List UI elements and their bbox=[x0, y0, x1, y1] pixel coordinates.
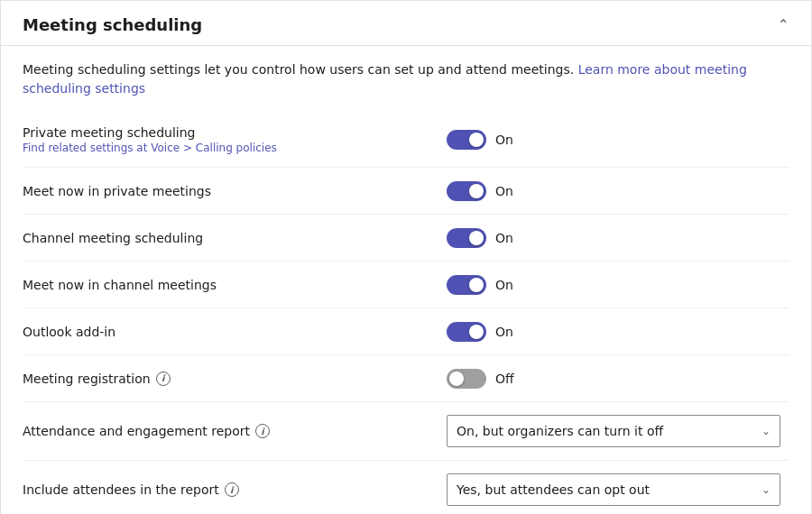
toggle-meet-now-private[interactable] bbox=[447, 181, 486, 201]
toggle-status-private-meeting-scheduling: On bbox=[495, 133, 513, 147]
toggle-thumb-outlook-addin bbox=[469, 325, 484, 339]
panel-header: Meeting scheduling ⌃ bbox=[1, 1, 811, 46]
chevron-down-icon-include-attendees: ⌄ bbox=[761, 483, 770, 496]
toggle-outlook-addin[interactable] bbox=[447, 322, 486, 342]
setting-row-private-meeting-scheduling: Private meeting schedulingFind related s… bbox=[23, 113, 789, 168]
panel-title: Meeting scheduling bbox=[23, 15, 202, 34]
toggle-meet-now-channel[interactable] bbox=[447, 275, 486, 295]
info-icon-attendance-engagement[interactable]: i bbox=[255, 424, 270, 438]
setting-label-area-channel-meeting-scheduling: Channel meeting scheduling bbox=[23, 231, 447, 245]
setting-label-area-attendance-engagement: Attendance and engagement reporti bbox=[23, 424, 447, 438]
setting-label-meet-now-private: Meet now in private meetings bbox=[23, 184, 447, 198]
setting-label-outlook-addin: Outlook add-in bbox=[23, 325, 447, 339]
setting-label-meet-now-channel: Meet now in channel meetings bbox=[23, 278, 447, 292]
setting-control-meet-now-channel: On bbox=[447, 275, 789, 295]
toggle-status-meet-now-channel: On bbox=[495, 278, 513, 292]
setting-label-attendance-engagement: Attendance and engagement reporti bbox=[23, 424, 447, 438]
info-icon-meeting-registration[interactable]: i bbox=[156, 372, 171, 386]
setting-row-meet-now-channel: Meet now in channel meetingsOn bbox=[23, 262, 789, 308]
setting-label-meeting-registration: Meeting registrationi bbox=[23, 372, 447, 386]
toggle-status-meet-now-private: On bbox=[495, 184, 513, 198]
setting-row-channel-meeting-scheduling: Channel meeting schedulingOn bbox=[23, 215, 789, 262]
setting-row-meet-now-private: Meet now in private meetingsOn bbox=[23, 168, 789, 215]
dropdown-value-include-attendees: Yes, but attendees can opt out bbox=[457, 482, 650, 497]
collapse-icon[interactable]: ⌃ bbox=[778, 16, 789, 33]
setting-label-area-include-attendees: Include attendees in the reporti bbox=[23, 482, 447, 497]
setting-label-private-meeting-scheduling: Private meeting scheduling bbox=[23, 125, 447, 140]
setting-control-private-meeting-scheduling: On bbox=[447, 130, 789, 150]
setting-control-channel-meeting-scheduling: On bbox=[447, 228, 789, 248]
toggle-status-outlook-addin: On bbox=[495, 325, 513, 339]
setting-label-area-private-meeting-scheduling: Private meeting schedulingFind related s… bbox=[23, 125, 447, 154]
toggle-thumb-meet-now-channel bbox=[469, 278, 484, 292]
setting-label-area-meet-now-channel: Meet now in channel meetings bbox=[23, 278, 447, 292]
setting-control-meet-now-private: On bbox=[447, 181, 789, 201]
panel-description: Meeting scheduling settings let you cont… bbox=[1, 46, 811, 106]
toggle-private-meeting-scheduling[interactable] bbox=[447, 130, 486, 150]
setting-control-outlook-addin: On bbox=[447, 322, 789, 342]
toggle-status-channel-meeting-scheduling: On bbox=[495, 231, 513, 245]
setting-label-area-outlook-addin: Outlook add-in bbox=[23, 325, 447, 339]
dropdown-include-attendees[interactable]: Yes, but attendees can opt out⌄ bbox=[447, 473, 780, 506]
sublabel-link[interactable]: Voice > Calling policies bbox=[151, 142, 277, 154]
toggle-channel-meeting-scheduling[interactable] bbox=[447, 228, 486, 248]
chevron-down-icon-attendance-engagement: ⌄ bbox=[761, 425, 770, 437]
toggle-thumb-private-meeting-scheduling bbox=[469, 133, 484, 147]
setting-label-channel-meeting-scheduling: Channel meeting scheduling bbox=[23, 231, 447, 245]
setting-label-area-meet-now-private: Meet now in private meetings bbox=[23, 184, 447, 198]
setting-control-meeting-registration: Off bbox=[447, 369, 789, 389]
setting-control-include-attendees: Yes, but attendees can opt out⌄ bbox=[447, 473, 789, 506]
toggle-thumb-meet-now-private bbox=[469, 184, 484, 198]
toggle-thumb-meeting-registration bbox=[449, 372, 464, 386]
setting-row-outlook-addin: Outlook add-inOn bbox=[23, 308, 789, 355]
setting-control-attendance-engagement: On, but organizers can turn it off⌄ bbox=[447, 415, 789, 447]
settings-area: Private meeting schedulingFind related s… bbox=[1, 106, 811, 514]
description-text: Meeting scheduling settings let you cont… bbox=[23, 62, 574, 77]
dropdown-attendance-engagement[interactable]: On, but organizers can turn it off⌄ bbox=[447, 415, 780, 447]
setting-row-attendance-engagement: Attendance and engagement reportiOn, but… bbox=[23, 402, 789, 461]
setting-label-include-attendees: Include attendees in the reporti bbox=[23, 482, 447, 497]
toggle-meeting-registration[interactable] bbox=[447, 369, 486, 389]
dropdown-value-attendance-engagement: On, but organizers can turn it off bbox=[457, 424, 663, 438]
setting-row-meeting-registration: Meeting registrationiOff bbox=[23, 355, 789, 402]
info-icon-include-attendees[interactable]: i bbox=[225, 482, 239, 497]
meeting-scheduling-panel: Meeting scheduling ⌃ Meeting scheduling … bbox=[0, 0, 812, 514]
setting-sublabel-private-meeting-scheduling: Find related settings at Voice > Calling… bbox=[23, 142, 447, 154]
toggle-status-meeting-registration: Off bbox=[495, 372, 514, 386]
setting-label-area-meeting-registration: Meeting registrationi bbox=[23, 372, 447, 386]
toggle-thumb-channel-meeting-scheduling bbox=[469, 231, 484, 245]
setting-row-include-attendees: Include attendees in the reportiYes, but… bbox=[23, 461, 789, 514]
